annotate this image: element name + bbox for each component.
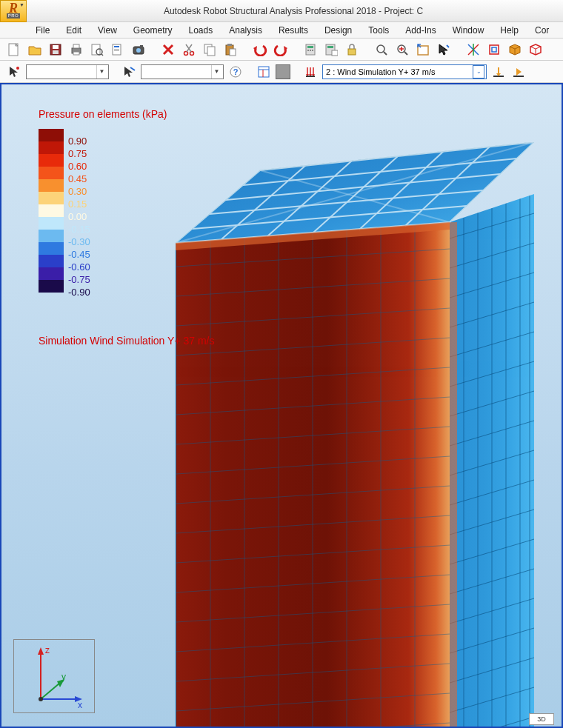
cube-alt-icon[interactable]: [527, 41, 544, 58]
delete-icon[interactable]: [160, 41, 176, 58]
bar-selection-combo[interactable]: ▼: [141, 64, 224, 79]
svg-point-33: [377, 45, 384, 53]
open-icon[interactable]: [27, 41, 43, 58]
menubar: File Edit View Geometry Loads Analysis R…: [0, 22, 563, 39]
legend-swatch: [39, 217, 64, 230]
edit-in-new-window-icon[interactable]: [415, 41, 431, 58]
undo-icon[interactable]: [252, 41, 268, 58]
svg-point-18: [190, 51, 194, 55]
menu-file[interactable]: File: [36, 25, 50, 36]
menu-results[interactable]: Results: [279, 25, 308, 36]
menu-analysis[interactable]: Analysis: [229, 25, 262, 36]
ucs-y-label: y: [61, 672, 66, 682]
legend-swatch: [39, 280, 64, 293]
load-case-sel-icon[interactable]: [302, 64, 319, 80]
calculator-icon[interactable]: [302, 41, 319, 58]
node-selection-combo[interactable]: ▼: [26, 64, 109, 79]
svg-line-89: [176, 397, 450, 415]
ucs-z-label: z: [45, 645, 50, 655]
svg-rect-32: [348, 49, 356, 55]
svg-line-93: [176, 515, 450, 533]
legend-value: -0.30: [68, 236, 90, 248]
svg-rect-5: [73, 44, 79, 48]
svg-line-88: [176, 367, 450, 385]
chevron-down-icon: ⌄: [473, 65, 484, 79]
lock-icon[interactable]: [344, 41, 360, 58]
save-icon[interactable]: [47, 41, 64, 58]
svg-line-99: [176, 693, 450, 711]
svg-line-100: [176, 723, 450, 728]
legend-labels: 0.900.750.600.450.300.150.00-0.15-0.30-0…: [68, 129, 90, 298]
color-swatch[interactable]: [276, 64, 290, 79]
legend-swatch: [39, 154, 64, 167]
app-menu-button[interactable]: R PRO ▼: [0, 0, 27, 22]
svg-rect-30: [327, 46, 333, 48]
bar-sel-icon[interactable]: [121, 64, 137, 80]
ucs-triad[interactable]: z x y: [13, 639, 95, 713]
legend-value: -0.45: [68, 248, 90, 261]
menu-help[interactable]: Help: [500, 25, 519, 36]
print-icon[interactable]: [68, 41, 84, 58]
axis-def-icon[interactable]: [465, 41, 482, 58]
model-building: [176, 142, 531, 728]
svg-rect-41: [490, 45, 499, 54]
redo-icon[interactable]: [273, 41, 289, 58]
svg-marker-119: [38, 647, 44, 655]
screenshot-icon[interactable]: [130, 41, 147, 58]
svg-line-84: [176, 249, 450, 267]
select-icon[interactable]: [436, 41, 452, 58]
menu-addins[interactable]: Add-Ins: [405, 25, 436, 36]
legend-value: 0.15: [68, 198, 90, 210]
legend-swatch: [39, 167, 64, 179]
legend-value: 0.30: [68, 185, 90, 198]
svg-point-15: [136, 48, 141, 53]
svg-line-95: [176, 575, 450, 592]
titlebar: R PRO ▼ Autodesk Robot Structural Analys…: [0, 0, 563, 22]
menu-geometry[interactable]: Geometry: [133, 25, 173, 36]
svg-rect-47: [259, 67, 269, 77]
load-step-icon[interactable]: [490, 64, 507, 80]
chevron-down-icon: ▼: [19, 2, 24, 7]
new-icon[interactable]: [6, 41, 22, 58]
svg-rect-22: [227, 44, 232, 46]
menu-truncated[interactable]: Cor: [535, 25, 549, 36]
next-case-icon[interactable]: [510, 64, 527, 80]
svg-line-44: [130, 67, 135, 70]
svg-point-43: [16, 67, 19, 70]
copy-icon[interactable]: [201, 41, 218, 58]
menu-loads[interactable]: Loads: [189, 25, 213, 36]
node-sel-icon[interactable]: [6, 64, 22, 80]
svg-line-34: [384, 52, 387, 55]
menu-tools[interactable]: Tools: [368, 25, 389, 36]
svg-line-90: [176, 427, 450, 444]
menu-view[interactable]: View: [98, 25, 117, 36]
menu-window[interactable]: Window: [453, 25, 484, 36]
calc-params-icon[interactable]: [323, 41, 339, 58]
print-preview-icon[interactable]: [89, 41, 105, 58]
legend-value: 0.75: [68, 147, 90, 160]
help-icon[interactable]: ?: [227, 64, 244, 80]
legend-swatch: [39, 179, 64, 192]
paste-icon[interactable]: [222, 41, 239, 58]
legend-value: -0.75: [68, 273, 90, 286]
cut-icon[interactable]: [181, 41, 197, 58]
cube-icon[interactable]: [507, 41, 523, 58]
section-icon[interactable]: [486, 41, 502, 58]
viewport-3d[interactable]: Pressure on elements (kPa) 0.900.750.600…: [0, 83, 563, 728]
menu-design[interactable]: Design: [324, 25, 352, 36]
window-title: Autodesk Robot Structural Analysis Profe…: [31, 6, 563, 16]
svg-line-86: [176, 308, 450, 326]
chevron-down-icon: ▼: [211, 65, 221, 79]
load-case-combo[interactable]: 2 : Wind Simulation Y+ 37 m/s ⌄: [322, 64, 487, 79]
building-side-face: [450, 194, 534, 728]
legend-swatch: [39, 267, 64, 280]
zoom-window-icon[interactable]: [373, 41, 390, 58]
page-setup-icon[interactable]: [110, 41, 126, 58]
legend-swatch: [39, 255, 64, 267]
main-toolbar: [0, 39, 563, 61]
menu-edit[interactable]: Edit: [66, 25, 81, 36]
front-grid: [176, 222, 450, 728]
window-layout-icon[interactable]: [256, 64, 272, 80]
zoom-all-icon[interactable]: [394, 41, 410, 58]
view-mode-badge[interactable]: 3D: [529, 713, 554, 725]
